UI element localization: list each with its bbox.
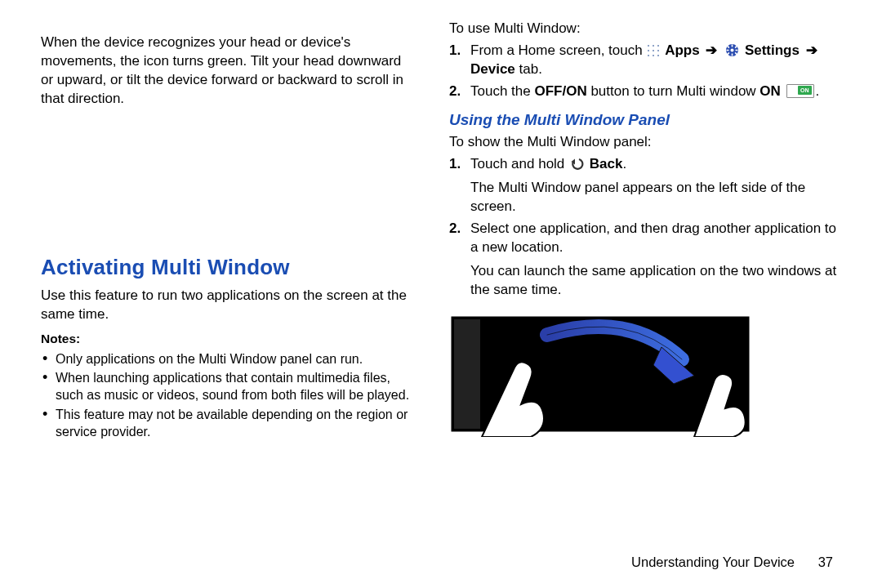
step-number: 1. [449,155,461,174]
back-label: Back [590,156,623,172]
svg-rect-12 [454,319,480,429]
settings-icon [725,43,739,57]
panel-step-2-sub: You can launch the same application on t… [470,262,841,300]
panel-step-1-b: . [622,156,626,172]
device-tab-bold: Device [470,61,515,77]
manual-page: When the device recognizes your head or … [0,0,882,588]
on-toggle-icon [786,84,814,98]
arrow-icon: ➔ [706,42,717,58]
apps-icon [647,44,660,57]
device-tab-rest: tab. [515,61,542,77]
svg-rect-4 [727,50,729,51]
use-steps: 1. From a Home screen, touch Apps ➔ [449,42,841,101]
panel-steps: 1. Touch and hold Back. The Multi Window… [449,155,841,300]
step-number: 1. [449,42,461,60]
note-item: This feature may not be available depend… [41,407,416,441]
left-column: When the device recognizes your head or … [41,20,441,580]
note-item: Only applications on the Multi Window pa… [41,351,416,368]
panel-intro: To show the Multi Window panel: [449,133,841,152]
footer-section-title: Understanding Your Device [631,555,795,569]
panel-step-1-sub: The Multi Window panel appears on the le… [470,179,841,216]
panel-step-1-a: Touch and hold [470,156,564,172]
arrow-icon: ➔ [806,42,817,58]
drag-gesture-illustration [449,314,751,437]
right-column: To use Multi Window: 1. From a Home scre… [441,20,841,580]
notes-list: Only applications on the Multi Window pa… [41,351,416,441]
panel-step-2-text: Select one application, and then drag an… [470,220,836,255]
use-intro: To use Multi Window: [449,20,841,38]
back-icon [570,157,584,171]
svg-rect-2 [732,44,733,47]
svg-rect-3 [732,53,733,56]
subsection-heading-multi-window-panel: Using the Multi Window Panel [449,109,841,131]
step-2-text-a: Touch the [470,83,534,99]
intro-paragraph: When the device recognizes your head or … [41,33,416,109]
step-number: 2. [449,82,461,101]
step-number: 2. [449,220,461,238]
off-on-label: OFF/ON [534,83,586,99]
step-2: 2. Touch the OFF/ON button to turn Multi… [449,82,841,101]
notes-label: Notes: [41,331,416,348]
page-number: 37 [818,555,833,569]
page-footer: Understanding Your Device 37 [631,555,833,570]
note-item: When launching applications that contain… [41,370,416,404]
panel-step-2: 2. Select one application, and then drag… [449,220,841,300]
step-1-text-a: From a Home screen, touch [470,42,643,58]
on-label: ON [760,83,781,99]
settings-label: Settings [745,42,800,58]
step-2-text-c: button to turn Multi window [587,83,760,99]
panel-step-1: 1. Touch and hold Back. The Multi Window… [449,155,841,216]
apps-label: Apps [665,42,700,58]
section-description: Use this feature to run two applications… [41,287,416,324]
svg-rect-5 [736,50,738,51]
section-heading-activating-multi-window: Activating Multi Window [41,253,416,282]
svg-point-1 [731,48,734,51]
motion-illustration-placeholder [41,122,270,253]
step-1: 1. From a Home screen, touch Apps ➔ [449,42,841,79]
